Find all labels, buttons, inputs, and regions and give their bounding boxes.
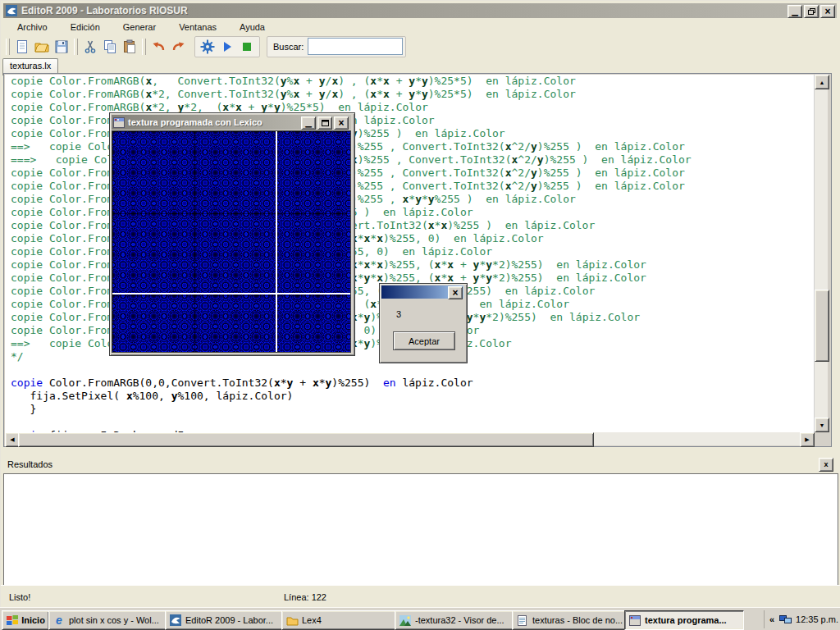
status-line-number: Línea: 122: [284, 592, 326, 602]
toolbar: Buscar:: [1, 35, 840, 57]
taskbar: Inicio eplot sin x cos y - Wol...EditoR …: [0, 607, 840, 630]
new-document-icon[interactable]: [12, 38, 32, 56]
results-close-icon[interactable]: x: [819, 458, 833, 472]
texture-window-titlebar[interactable]: textura programada con Lexico ▁ ×: [112, 115, 351, 130]
start-button[interactable]: Inicio: [2, 610, 49, 630]
restore-icon[interactable]: [804, 5, 819, 18]
close-icon[interactable]: ×: [334, 116, 349, 130]
status-message: Listo!: [9, 592, 30, 602]
taskbar-button-5[interactable]: texturas - Bloc de no...: [512, 610, 630, 630]
code-line[interactable]: copie Color.FromARGB(x, Convert.ToInt32(…: [5, 75, 814, 88]
app-title: EditoR 2009 - Laboratorios RIOSUR: [21, 5, 188, 16]
texture-image: [112, 130, 351, 353]
vertical-scrollbar[interactable]: ▲ ▼: [815, 75, 828, 432]
toolbar-grip: [6, 39, 10, 55]
app-logo-icon: [5, 5, 18, 16]
windows-logo-icon: [6, 614, 19, 626]
scroll-up-icon[interactable]: ▲: [815, 75, 829, 89]
form-icon: [112, 116, 126, 128]
scroll-right-icon[interactable]: ▶: [800, 432, 815, 447]
vertical-scroll-thumb[interactable]: [815, 290, 829, 362]
copy-icon[interactable]: [100, 38, 120, 56]
code-line[interactable]: fija.SetPixel( x%100, y%100, lápiz.Color…: [5, 390, 814, 403]
image-viewer-icon: [399, 614, 412, 626]
folder-icon: [285, 614, 299, 626]
network-icon[interactable]: [778, 614, 792, 625]
close-icon[interactable]: ×: [820, 5, 835, 18]
results-panel-title: Resultados: [7, 459, 52, 469]
code-line[interactable]: }: [5, 403, 814, 416]
close-icon[interactable]: ×: [448, 286, 463, 299]
taskbar-button-label: texturas - Bloc de no...: [532, 615, 623, 625]
open-folder-icon[interactable]: [32, 38, 52, 56]
start-label: Inicio: [21, 615, 45, 625]
code-line[interactable]: [5, 416, 814, 429]
build-gear-icon[interactable]: [198, 38, 217, 56]
toolbar-grip: [74, 39, 78, 55]
minimize-icon[interactable]: ▁: [301, 116, 316, 130]
dialog-message: 3: [396, 309, 401, 319]
search-label: Buscar:: [273, 42, 304, 52]
app-titlebar[interactable]: EditoR 2009 - Laboratorios RIOSUR ▁ ×: [3, 3, 837, 18]
run-group: [194, 36, 260, 57]
results-output[interactable]: [3, 473, 838, 586]
menu-item-ventanas[interactable]: Ventanas: [173, 21, 222, 34]
menu-item-ayuda[interactable]: Ayuda: [234, 21, 271, 34]
message-dialog: × 3 Aceptar: [379, 283, 468, 363]
cut-icon[interactable]: [80, 38, 100, 56]
taskbar-button-label: textura programa...: [645, 615, 727, 625]
taskbar-button-label: Lex4: [302, 615, 322, 625]
system-tray: « 12:35 p.m.: [764, 610, 838, 628]
taskbar-button-1[interactable]: eplot sin x cos y - Wol...: [48, 610, 171, 630]
texture-window: textura programada con Lexico ▁ ×: [109, 112, 355, 356]
menu-item-edicion[interactable]: Edición: [65, 21, 106, 34]
search-group: Buscar:: [267, 36, 406, 57]
taskbar-button-label: EditoR 2009 - Labor...: [185, 615, 273, 625]
dialog-titlebar[interactable]: ×: [381, 285, 463, 299]
tray-chevron-icon[interactable]: «: [769, 614, 774, 624]
texture-window-title: textura programada con Lexico: [128, 117, 262, 127]
menu-item-generar[interactable]: Generar: [117, 21, 162, 34]
taskbar-button-2[interactable]: EditoR 2009 - Labor...: [165, 610, 287, 630]
clock[interactable]: 12:35 p.m.: [796, 614, 838, 624]
menubar: ArchivoEdiciónGenerarVentanasAyuda: [6, 20, 276, 34]
form-icon: [628, 614, 641, 626]
toolbar-grip: [142, 39, 146, 55]
undo-icon[interactable]: [148, 38, 168, 56]
code-line[interactable]: copie Color.FromARGB(x*2, Convert.ToInt3…: [5, 88, 814, 101]
editor-app-icon: [169, 614, 182, 626]
taskbar-button-3[interactable]: Lex4: [281, 610, 400, 630]
code-line[interactable]: copie Color.FromARGB(0,0,Convert.ToInt32…: [5, 377, 814, 390]
taskbar-button-label: -textura32 - Visor de...: [415, 615, 504, 625]
horizontal-scroll-thumb[interactable]: [18, 432, 594, 447]
run-play-icon[interactable]: [217, 38, 237, 56]
scrollbar-corner: [815, 432, 828, 445]
code-line[interactable]: [5, 363, 814, 377]
internet-explorer-icon: e: [52, 614, 66, 626]
taskbar-button-6[interactable]: textura programa...: [624, 610, 744, 630]
screen: EditoR 2009 - Laboratorios RIOSUR ▁ × Ar…: [0, 0, 840, 630]
redo-icon[interactable]: [168, 38, 188, 56]
stop-icon[interactable]: [237, 38, 257, 56]
paste-icon[interactable]: [120, 38, 139, 56]
horizontal-scrollbar[interactable]: ◀ ▶: [5, 432, 815, 445]
minimize-icon[interactable]: ▁: [788, 5, 802, 18]
menu-item-archivo[interactable]: Archivo: [11, 21, 53, 34]
statusbar: Listo! Línea: 122: [1, 585, 840, 609]
notepad-icon: [516, 614, 529, 626]
save-icon[interactable]: [52, 38, 71, 56]
scroll-down-icon[interactable]: ▼: [815, 418, 829, 432]
search-input[interactable]: [308, 38, 403, 55]
maximize-icon[interactable]: [317, 116, 332, 130]
taskbar-button-label: plot sin x cos y - Wol...: [69, 615, 159, 625]
accept-button[interactable]: Aceptar: [393, 331, 455, 350]
taskbar-button-4[interactable]: -textura32 - Visor de...: [395, 610, 518, 630]
